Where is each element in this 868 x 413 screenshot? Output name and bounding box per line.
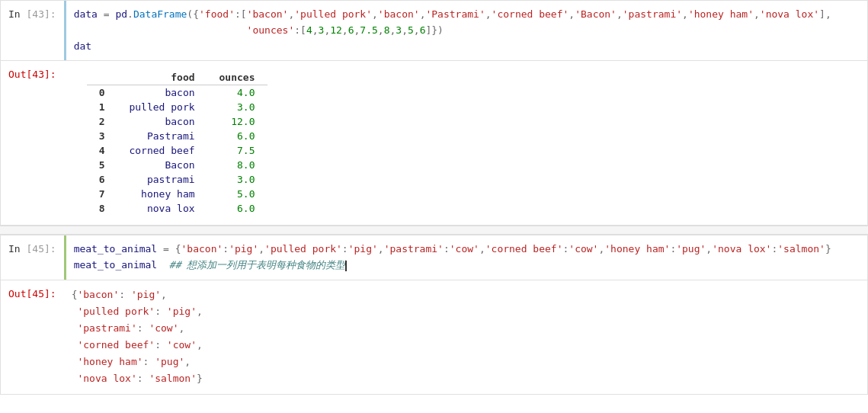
row-index: 1 — [87, 100, 117, 114]
col-header-ounces: ounces — [207, 70, 267, 85]
cell-out-43: Out[43]: food ounces 0 bacon 4.0 1 pulle… — [0, 61, 868, 226]
row-ounces: 3.0 — [207, 172, 267, 187]
row-food: nova lox — [117, 201, 207, 216]
code-line-3: dat — [74, 39, 860, 55]
cell-in-label-43: In [43]: — [1, 1, 64, 60]
dataframe-table: food ounces 0 bacon 4.0 1 pulled pork 3.… — [87, 70, 267, 216]
col-header-index — [87, 70, 117, 85]
row-food: Pastrami — [117, 129, 207, 143]
table-row: 3 Pastrami 6.0 — [87, 129, 267, 143]
row-food: corned beef — [117, 143, 207, 158]
col-header-food: food — [117, 70, 207, 85]
code-line-1: data = pd.DataFrame({'food':['bacon','pu… — [74, 7, 860, 23]
row-index: 4 — [87, 143, 117, 158]
row-food: pulled pork — [117, 100, 207, 114]
row-ounces: 8.0 — [207, 158, 267, 172]
code-line-2: 'ounces':[4,3,12,6,7.5,8,3,5,6]}) — [74, 23, 860, 39]
row-ounces: 6.0 — [207, 201, 267, 216]
row-index: 7 — [87, 187, 117, 201]
row-food: bacon — [117, 85, 207, 101]
cell-out-label-43: Out[43]: — [1, 61, 64, 225]
cell-in-43[interactable]: In [43]: data = pd.DataFrame({'food':['b… — [0, 0, 868, 61]
row-ounces: 3.0 — [207, 100, 267, 114]
row-food: pastrami — [117, 172, 207, 187]
row-index: 2 — [87, 114, 117, 129]
cell-in-45[interactable]: In [45]: meat_to_animal = {'bacon':'pig'… — [0, 235, 868, 280]
row-food: honey ham — [117, 187, 207, 201]
row-index: 5 — [87, 158, 117, 172]
row-index: 8 — [87, 201, 117, 216]
row-food: Bacon — [117, 158, 207, 172]
row-index: 0 — [87, 85, 117, 101]
cell-output-45: {'bacon': 'pig', 'pulled pork': 'pig', '… — [64, 280, 867, 394]
row-ounces: 12.0 — [207, 114, 267, 129]
table-row: 5 Bacon 8.0 — [87, 158, 267, 172]
cell-in-label-45: In [45]: — [1, 235, 64, 280]
notebook: In [43]: data = pd.DataFrame({'food':['b… — [0, 0, 868, 413]
table-row: 6 pastrami 3.0 — [87, 172, 267, 187]
row-ounces: 5.0 — [207, 187, 267, 201]
code-line-45-1: meat_to_animal = {'bacon':'pig','pulled … — [74, 242, 860, 258]
cell-code-45[interactable]: meat_to_animal = {'bacon':'pig','pulled … — [64, 235, 867, 280]
cell-output-43: food ounces 0 bacon 4.0 1 pulled pork 3.… — [64, 61, 867, 225]
cell-out-label-45: Out[45]: — [1, 280, 64, 394]
cell-code-43[interactable]: data = pd.DataFrame({'food':['bacon','pu… — [64, 1, 867, 60]
table-row: 8 nova lox 6.0 — [87, 201, 267, 216]
table-row: 7 honey ham 5.0 — [87, 187, 267, 201]
row-index: 6 — [87, 172, 117, 187]
table-row: 2 bacon 12.0 — [87, 114, 267, 129]
cell-separator — [0, 226, 868, 235]
cell-out-45: Out[45]: {'bacon': 'pig', 'pulled pork':… — [0, 280, 868, 395]
output-text-45: {'bacon': 'pig', 'pulled pork': 'pig', '… — [72, 287, 860, 388]
row-ounces: 7.5 — [207, 143, 267, 158]
table-row: 1 pulled pork 3.0 — [87, 100, 267, 114]
row-food: bacon — [117, 114, 207, 129]
row-ounces: 4.0 — [207, 85, 267, 101]
table-row: 0 bacon 4.0 — [87, 85, 267, 101]
table-row: 4 corned beef 7.5 — [87, 143, 267, 158]
row-ounces: 6.0 — [207, 129, 267, 143]
code-line-45-2: meat_to_animal ## 想添加一列用于表明每种食物的类型 — [74, 258, 860, 274]
row-index: 3 — [87, 129, 117, 143]
